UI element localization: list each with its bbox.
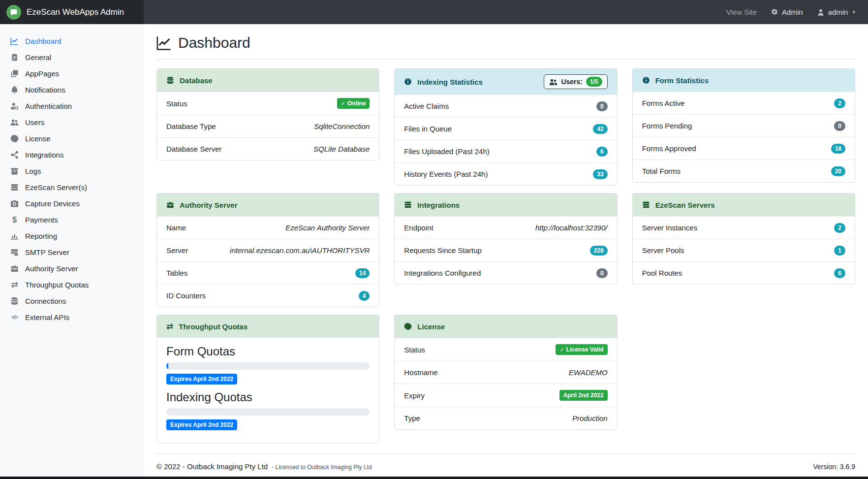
- card-row: Endpointhttp://localhost:32390/: [395, 216, 617, 239]
- sidebar-item-users[interactable]: Users: [0, 114, 144, 130]
- card-row: ID Counters4: [157, 284, 379, 307]
- sidebar-item-ezescan-server-s[interactable]: EzeScan Server(s): [0, 179, 144, 195]
- row-value: EzeScan Authority Server: [285, 224, 370, 232]
- row-label: Forms Approved: [642, 144, 696, 153]
- count-badge: 6: [834, 268, 845, 278]
- count-badge: 18: [831, 144, 845, 154]
- quota-section: Form QuotasExpires April 2nd 2022: [166, 345, 370, 384]
- count-badge: 14: [355, 268, 370, 278]
- sidebar-item-label: Authentication: [25, 102, 72, 110]
- card-row: Forms Pending0: [633, 114, 855, 137]
- card-database: DatabaseStatus✓OnlineDatabase TypeSqlite…: [156, 68, 379, 160]
- card-header: Form Statistics: [633, 69, 855, 92]
- check-icon: ✓: [559, 347, 564, 352]
- sidebar-item-label: External APIs: [25, 313, 69, 321]
- clipboard-icon: [9, 53, 20, 62]
- row-label: Status: [404, 346, 425, 354]
- card-header: Authority Server: [157, 193, 379, 216]
- row-label: Hostname: [404, 368, 437, 377]
- users-button[interactable]: Users:1/5: [544, 74, 607, 89]
- card-title: Integrations: [417, 201, 460, 209]
- pages-icon: [9, 69, 20, 78]
- briefcase-icon: [9, 264, 20, 273]
- sidebar-item-external-apis[interactable]: </>External APIs: [0, 309, 144, 325]
- card-row: Pool Routes6: [633, 261, 855, 284]
- sidebar-item-label: Throughput Quotas: [25, 281, 89, 289]
- sidebar-item-logs[interactable]: Logs: [0, 163, 144, 179]
- user-menu[interactable]: admin ▾: [817, 8, 855, 16]
- row-label: Integrations Configured: [404, 269, 481, 277]
- app-logo: [6, 5, 21, 20]
- users-icon: [9, 118, 20, 127]
- sidebar-item-dashboard[interactable]: Dashboard: [0, 33, 144, 49]
- card-row: Requests Since Startup228: [395, 239, 617, 261]
- count-badge: 0: [834, 121, 845, 131]
- card-row: Forms Approved18: [633, 137, 855, 160]
- card-license: LicenseStatus✓License ValidHostnameEWADE…: [394, 315, 617, 430]
- quota-section: Indexing QuotasExpires April 2nd 2022: [166, 390, 370, 430]
- taskbar-edge: [0, 477, 868, 479]
- count-badge: 20: [831, 166, 845, 176]
- sidebar-item-label: AppPages: [25, 69, 59, 78]
- sidebar-item-integrations[interactable]: Integrations: [0, 147, 144, 163]
- row-value: EWADEMO: [569, 368, 608, 377]
- sidebar-item-apppages[interactable]: AppPages: [0, 65, 144, 82]
- view-site-link[interactable]: View Site: [726, 8, 757, 16]
- count-badge: 2: [834, 223, 845, 233]
- admin-link[interactable]: Admin: [771, 8, 803, 16]
- copyright-text: © 2022 - Outback Imaging Pty Ltd: [156, 462, 268, 471]
- top-navbar: EzeScan WebApps Admin View Site Admin ad…: [0, 0, 868, 24]
- card-row: Serverinternal.ezescan.com.au\AUTHORITYS…: [157, 239, 379, 261]
- quota-body: Form QuotasExpires April 2nd 2022Indexin…: [157, 338, 379, 443]
- navbar-right: View Site Admin admin ▾: [726, 0, 868, 24]
- sidebar-item-throughput-quotas[interactable]: ⇄Throughput Quotas: [0, 277, 144, 293]
- sidebar-item-authority-server[interactable]: Authority Server: [0, 260, 144, 277]
- card-title: Indexing Statistics: [417, 78, 483, 86]
- row-label: Files Uploaded (Past 24h): [404, 147, 489, 156]
- row-label: Total Forms: [642, 167, 681, 175]
- count-badge: 0: [596, 101, 608, 111]
- sidebar-item-label: Users: [25, 118, 44, 127]
- sidebar-item-notifications[interactable]: Notifications: [0, 82, 144, 98]
- sidebar-item-reporting[interactable]: Reporting: [0, 228, 144, 244]
- row-label: ID Counters: [166, 291, 206, 300]
- sidebar-item-smtp-server[interactable]: SMTP Server: [0, 244, 144, 260]
- user-icon: [817, 8, 825, 16]
- row-label: Server Instances: [642, 224, 698, 232]
- share-icon: [9, 151, 20, 159]
- app-brand[interactable]: EzeScan WebApps Admin: [0, 0, 144, 24]
- sidebar-item-authentication[interactable]: Authentication: [0, 98, 144, 114]
- count-badge: 42: [593, 124, 607, 134]
- check-icon: ✓: [341, 101, 345, 106]
- sidebar-nav: DashboardGeneralAppPagesNotificationsAut…: [0, 33, 144, 325]
- sidebar-item-connections[interactable]: Connections: [0, 293, 144, 309]
- card-row: NameEzeScan Authority Server: [157, 216, 379, 239]
- card-row: Tables14: [157, 261, 379, 284]
- row-label: Active Claims: [404, 102, 449, 110]
- server-icon: [404, 201, 412, 209]
- bell-icon: [9, 86, 20, 94]
- card-row: Database TypeSqliteConnection: [157, 115, 379, 137]
- card-title: EzeScan Servers: [655, 201, 715, 209]
- sidebar-item-general[interactable]: General: [0, 49, 144, 65]
- sidebar-item-label: SMTP Server: [25, 248, 69, 256]
- cards-row-2: Authority ServerNameEzeScan Authority Se…: [156, 193, 855, 307]
- sidebar-item-payments[interactable]: $Payments: [0, 212, 144, 228]
- row-label: Forms Active: [642, 99, 685, 107]
- sidebar-item-license[interactable]: License: [0, 130, 144, 147]
- sidebar-item-label: Dashboard: [25, 37, 61, 45]
- cards-row-1: DatabaseStatus✓OnlineDatabase TypeSqlite…: [156, 68, 855, 186]
- sidebar-item-label: License: [25, 134, 51, 143]
- quota-heading: Form Quotas: [166, 345, 370, 358]
- count-badge: 0: [596, 268, 608, 278]
- briefcase-icon: [166, 201, 174, 209]
- row-label: Server: [166, 246, 188, 255]
- sidebar-item-capture-devices[interactable]: Capture Devices: [0, 195, 144, 212]
- server-icon: [9, 183, 20, 192]
- card-row: Integrations Configured0: [395, 261, 617, 284]
- card-title: Form Statistics: [655, 76, 709, 85]
- card-throughput-quotas: ⇄Throughput QuotasForm QuotasExpires Apr…: [156, 315, 379, 444]
- database-icon: [9, 297, 20, 305]
- card-row: Forms Active2: [633, 92, 855, 114]
- version-text: Version: 3.6.9: [813, 463, 855, 471]
